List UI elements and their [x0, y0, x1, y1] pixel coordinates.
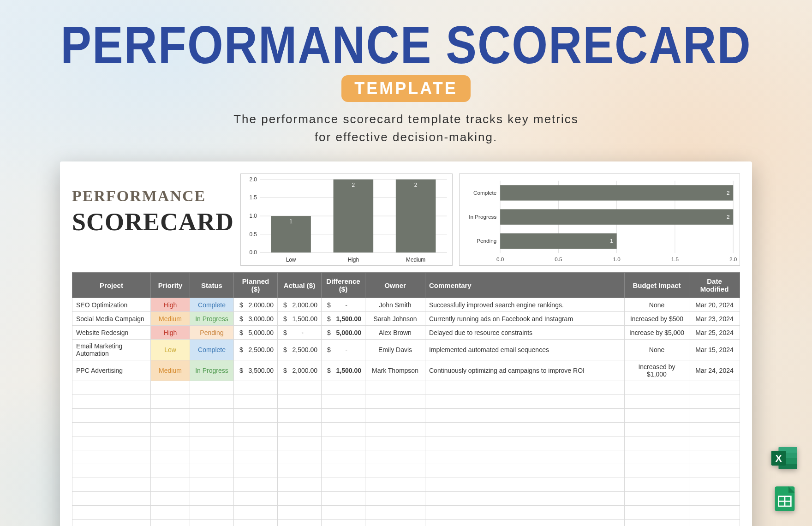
svg-text:0.0: 0.0: [249, 249, 257, 256]
col-date: Date Modified: [689, 273, 740, 298]
cell-planned: $3,500.00: [234, 360, 278, 381]
empty-row: [72, 520, 740, 526]
export-icons: X: [769, 442, 801, 515]
svg-text:X: X: [776, 453, 782, 464]
table-row: Website RedesignHighPending$5,000.00$-$5…: [72, 326, 740, 340]
svg-rect-35: [500, 233, 617, 249]
cell-impact: Increase by $5,000: [625, 326, 689, 340]
cell-impact: Increased by $500: [625, 312, 689, 326]
cell-actual: $1,500.00: [278, 312, 322, 326]
svg-rect-16: [396, 179, 436, 252]
empty-row: [72, 436, 740, 450]
svg-text:0.0: 0.0: [496, 256, 504, 262]
col-project: Project: [72, 273, 151, 298]
cell-priority: Low: [151, 340, 190, 360]
svg-text:Medium: Medium: [406, 257, 425, 263]
svg-rect-32: [500, 209, 733, 224]
hero-section: PERFORMANCE SCORECARD TEMPLATE The perfo…: [0, 0, 812, 146]
cell-planned: $5,000.00: [234, 326, 278, 340]
scorecard-table: Project Priority Status Planned ($) Actu…: [72, 272, 740, 526]
cell-project: Social Media Campaign: [72, 312, 151, 326]
cell-owner: Mark Thompson: [365, 360, 425, 381]
svg-text:2: 2: [352, 182, 355, 188]
cell-date: Mar 24, 2024: [689, 360, 740, 381]
cell-status: In Progress: [190, 312, 234, 326]
cell-date: Mar 20, 2024: [689, 298, 740, 312]
cell-planned: $2,000.00: [234, 298, 278, 312]
svg-text:In Progress: In Progress: [469, 214, 496, 220]
svg-text:2: 2: [727, 190, 730, 196]
cell-project: SEO Optimization: [72, 298, 151, 312]
cell-owner: Alex Brown: [365, 326, 425, 340]
cell-diff: $1,500.00: [322, 360, 365, 381]
svg-text:1.5: 1.5: [671, 256, 679, 262]
col-priority: Priority: [151, 273, 190, 298]
subtitle-line2: for effective decision-making.: [315, 130, 497, 144]
sheets-icon: [769, 483, 801, 515]
status-bar-chart: 0.00.51.01.52.02Complete2In Progress1Pen…: [459, 173, 740, 266]
svg-text:1: 1: [289, 218, 293, 225]
cell-owner: Emily Davis: [365, 340, 425, 360]
svg-rect-13: [334, 179, 374, 252]
excel-icon: X: [769, 442, 801, 474]
scorecard-table-wrap: Project Priority Status Planned ($) Actu…: [72, 272, 740, 526]
cell-commentary: Implemented automated email sequences: [425, 340, 625, 360]
cell-commentary: Successfully improved search engine rank…: [425, 298, 625, 312]
svg-text:1.5: 1.5: [249, 194, 257, 201]
table-row: SEO OptimizationHighComplete$2,000.00$2,…: [72, 298, 740, 312]
cell-project: PPC Advertising: [72, 360, 151, 381]
cell-date: Mar 23, 2024: [689, 312, 740, 326]
cell-priority: High: [151, 298, 190, 312]
cell-planned: $3,000.00: [234, 312, 278, 326]
brand-line1: PERFORMANCE: [72, 187, 234, 205]
page-subtitle: The performance scorecard template track…: [0, 110, 812, 146]
svg-text:High: High: [348, 257, 359, 263]
cell-commentary: Continuously optimizing ad campaigns to …: [425, 360, 625, 381]
cell-status: Pending: [190, 326, 234, 340]
cell-diff: $1,500.00: [322, 312, 365, 326]
spreadsheet-preview: PERFORMANCE SCORECARD 0.00.51.01.52.01Lo…: [60, 161, 752, 526]
svg-text:2: 2: [727, 214, 730, 220]
col-impact: Budget Impact: [625, 273, 689, 298]
priority-bar-chart: 0.00.51.01.52.01Low2High2Medium: [240, 173, 453, 266]
col-diff: Difference ($): [322, 273, 365, 298]
cell-priority: Medium: [151, 360, 190, 381]
cell-actual: $2,000.00: [278, 360, 322, 381]
cell-status: Complete: [190, 298, 234, 312]
template-badge: TEMPLATE: [341, 75, 470, 102]
col-actual: Actual ($): [278, 273, 322, 298]
brand-line2: SCORECARD: [72, 208, 234, 236]
svg-text:Complete: Complete: [473, 190, 496, 196]
empty-row: [72, 506, 740, 520]
svg-text:Pending: Pending: [477, 238, 496, 244]
cell-date: Mar 15, 2024: [689, 340, 740, 360]
cell-actual: $2,500.00: [278, 340, 322, 360]
table-header: Project Priority Status Planned ($) Actu…: [72, 273, 740, 298]
cell-planned: $2,500.00: [234, 340, 278, 360]
sheet-header-row: PERFORMANCE SCORECARD 0.00.51.01.52.01Lo…: [72, 173, 740, 266]
col-owner: Owner: [365, 273, 425, 298]
table-row: PPC AdvertisingMediumIn Progress$3,500.0…: [72, 360, 740, 381]
col-status: Status: [190, 273, 234, 298]
svg-text:1.0: 1.0: [613, 256, 621, 262]
table-row: Email Marketing AutomationLowComplete$2,…: [72, 340, 740, 360]
svg-text:2.0: 2.0: [249, 176, 257, 183]
table-row: Social Media CampaignMediumIn Progress$3…: [72, 312, 740, 326]
cell-impact: Increased by $1,000: [625, 360, 689, 381]
cell-actual: $-: [278, 326, 322, 340]
cell-commentary: Delayed due to resource constraints: [425, 326, 625, 340]
empty-row: [72, 450, 740, 464]
svg-rect-29: [500, 185, 733, 200]
svg-text:1.0: 1.0: [249, 213, 257, 219]
empty-row: [72, 492, 740, 506]
empty-row: [72, 464, 740, 478]
svg-text:2.0: 2.0: [729, 256, 737, 262]
cell-diff: $5,000.00: [322, 326, 365, 340]
col-commentary: Commentary: [425, 273, 625, 298]
cell-project: Email Marketing Automation: [72, 340, 151, 360]
cell-date: Mar 25, 2024: [689, 326, 740, 340]
cell-impact: None: [625, 340, 689, 360]
cell-commentary: Currently running ads on Facebook and In…: [425, 312, 625, 326]
svg-text:1: 1: [610, 238, 613, 244]
cell-diff: $-: [322, 298, 365, 312]
